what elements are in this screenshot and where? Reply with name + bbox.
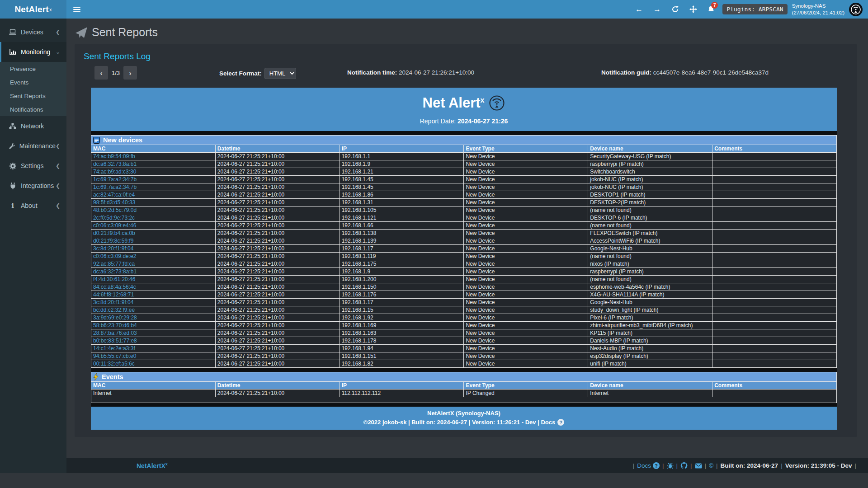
mac-cell[interactable]: 2c:f0:5d:9e:73:2c [91,214,216,222]
format-select[interactable]: HTML [264,68,296,79]
mac-cell[interactable]: 00:11:32:ef:a5:6c [91,360,216,368]
sidebar-item-devices[interactable]: Devices ❮ [0,22,66,42]
mac-link[interactable]: 48:b0:2d:5c:79:0d [93,207,137,213]
mac-cell[interactable]: 94:b5:55:c7:cb:e0 [91,352,216,360]
back-button[interactable]: ← [632,3,646,16]
forward-button[interactable]: → [650,3,664,16]
mac-link[interactable]: 74:ac:b9:ad:c3:30 [93,169,136,175]
mac-link[interactable]: 3c:8d:20:f1:9f:04 [93,299,133,305]
sidebar-item-settings[interactable]: Settings ❮ [0,156,66,176]
footer-brand[interactable]: NetAlertXx [137,462,168,469]
bug-icon [667,462,674,469]
event-type-cell: New Device [464,168,588,176]
refresh-button[interactable] [668,3,682,16]
mac-cell[interactable]: 3c:8d:20:f1:9f:04 [91,245,216,253]
mac-link[interactable]: 3c:8d:20:f1:9f:04 [93,245,133,252]
mac-link[interactable]: 44:6f:f8:12:68:71 [93,291,134,298]
mac-cell[interactable]: 74:ac:b9:54:09:fb [91,153,216,160]
table-row: 48:b0:2d:5c:79:0d2024-06-27 21:25:21+10:… [91,206,837,214]
mac-cell[interactable]: bc:dd:c2:32:f9:ee [91,306,216,314]
mac-cell[interactable]: 1c:69:7a:a2:34:7b [91,176,216,183]
mac-cell[interactable]: 48:b0:2d:5c:79:0d [91,206,216,214]
event-type-cell: New Device [464,268,588,276]
sidebar-item-sent-reports[interactable]: Sent Reports [0,89,66,103]
sidebar-item-presence[interactable]: Presence [0,62,66,75]
mac-cell[interactable]: dc:a6:32:73:8a:b1 [91,268,216,276]
mac-link[interactable]: 2c:f0:5d:9e:73:2c [93,215,135,221]
mac-cell[interactable]: f4:4d:30:61:20:46 [91,276,216,283]
mac-cell[interactable]: 84:cc:a8:4a:56:4c [91,283,216,291]
mac-cell[interactable]: 92:ac:85:77:fd:ca [91,260,216,268]
mac-cell[interactable]: ac:82:47:ca:0f:e4 [91,191,216,199]
bug-report-link[interactable] [667,462,674,469]
move-button[interactable] [686,3,700,16]
sidebar-item-events[interactable]: Events [0,75,66,89]
mac-cell[interactable]: c0:06:c3:09:de:e2 [91,253,216,260]
user-avatar[interactable] [849,3,863,16]
mac-link[interactable]: 00:11:32:ef:a5:6c [93,361,135,367]
mac-link[interactable]: f4:4d:30:61:20:46 [93,276,135,282]
docs-link[interactable]: Docs? [637,462,660,469]
mac-cell[interactable]: d0:21:f9:8c:59:f9 [91,237,216,245]
mac-link[interactable]: ac:82:47:ca:0f:e4 [93,192,135,198]
mac-cell[interactable]: 1c:69:7a:a2:34:7b [91,183,216,191]
column-header: Device name [588,382,712,389]
mac-cell[interactable]: d0:21:f9:b4:ca:0b [91,230,216,237]
mac-link[interactable]: d0:21:f9:8c:59:f9 [93,238,133,244]
mac-link[interactable]: dc:a6:32:73:8a:b1 [93,268,137,275]
sidebar-item-network[interactable]: Network [0,116,66,136]
mac-link[interactable]: c0:06:c3:09:de:e2 [93,253,136,259]
sidebar-item-about[interactable]: i About ❮ [0,196,66,216]
mac-link[interactable]: c0:06:c3:09:e4:46 [93,222,136,229]
next-page-button[interactable]: › [123,66,137,80]
app-logo[interactable]: NetAlertx [0,0,66,19]
column-header: Comments [712,382,837,389]
mac-link[interactable]: 1c:69:7a:a2:34:7b [93,176,137,183]
mac-cell[interactable]: 74:ac:b9:ad:c3:30 [91,168,216,176]
github-link[interactable] [680,462,688,469]
notifications-button[interactable]: 7 [704,3,718,16]
sidebar-item-monitoring[interactable]: Monitoring ⌄ [0,42,66,62]
table-row: 1c:69:7a:a2:34:7b2024-06-27 21:25:21+10:… [91,176,837,183]
mac-link[interactable]: 84:cc:a8:4a:56:4c [93,284,136,290]
mac-cell[interactable]: dc:a6:32:73:8a:b1 [91,160,216,168]
mac-cell[interactable]: 44:6f:f8:12:68:71 [91,291,216,299]
mac-link[interactable]: 14:c1:4e:2e:a3:3f [93,345,135,352]
sidebar-item-integrations[interactable]: Integrations ❮ [0,176,66,196]
mac-cell[interactable]: 98:5f:d3:d5:40:33 [91,199,216,206]
mac-link[interactable]: d0:21:f9:b4:ca:0b [93,230,135,236]
mac-cell[interactable]: 28:87:ba:76:ed:03 [91,329,216,337]
sidebar-toggle-button[interactable] [66,0,87,19]
mac-cell[interactable]: b0:be:83:51:77:e8 [91,337,216,345]
mac-cell[interactable]: 58:b6:23:70:d6:b4 [91,322,216,329]
sidebar-item-maintenance[interactable]: Maintenance ❮ [0,136,66,156]
event-type-cell: New Device [464,199,588,206]
mac-cell[interactable]: 3c:8d:20:f1:9f:04 [91,299,216,306]
mac-link[interactable]: dc:a6:32:73:8a:b1 [93,161,137,167]
mac-cell[interactable]: c0:06:c3:09:e4:46 [91,222,216,230]
report-header: Net Alertx Report Date: 2024-06-27 21:26 [91,88,837,131]
sidebar-item-notifications[interactable]: Notifications [0,103,66,116]
mac-link[interactable]: 3a:9d:69:e0:29:28 [93,314,137,321]
event-type-cell: New Device [464,237,588,245]
comments-cell [712,183,837,191]
mac-link[interactable]: 92:ac:85:77:fd:ca [93,261,135,267]
mac-link[interactable]: bc:dd:c2:32:f9:ee [93,307,135,313]
report-date-value: 2024-06-27 21:26 [458,117,508,125]
plugins-badge[interactable]: Plugins: ARPSCAN [722,4,787,14]
mac-link[interactable]: 98:5f:d3:d5:40:33 [93,199,135,206]
mac-cell[interactable]: 14:c1:4e:2e:a3:3f [91,345,216,352]
mac-link[interactable]: 1c:69:7a:a2:34:7b [93,184,137,190]
question-circle-icon[interactable]: ? [557,419,564,426]
mac-link[interactable]: 58:b6:23:70:d6:b4 [93,322,137,328]
mac-link[interactable]: 28:87:ba:76:ed:03 [93,330,137,336]
mac-link[interactable]: 94:b5:55:c7:cb:e0 [93,353,136,359]
email-link[interactable] [695,463,702,469]
mac-link[interactable]: b0:be:83:51:77:e8 [93,338,137,344]
events-table: MACDatetimeIPEvent TypeDevice nameCommen… [91,381,837,403]
prev-page-button[interactable]: ‹ [94,66,108,80]
mac-link[interactable]: 74:ac:b9:54:09:fb [93,153,135,160]
column-header: Datetime [215,145,340,153]
copyright-link[interactable]: © [709,462,713,469]
mac-cell[interactable]: 3a:9d:69:e0:29:28 [91,314,216,322]
